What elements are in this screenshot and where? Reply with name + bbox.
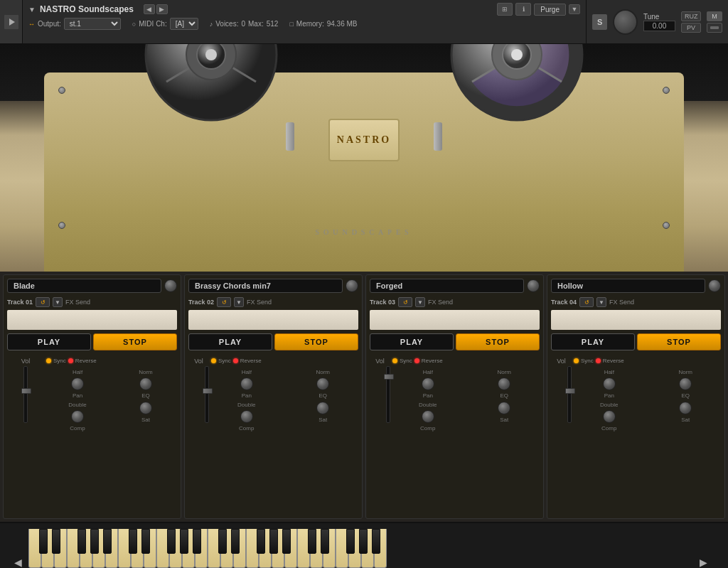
s-button[interactable]: S [592, 14, 607, 30]
track-3-stop-btn[interactable]: STOP [456, 333, 540, 350]
track-2-eq-label: EQ [318, 392, 327, 399]
track-2-eq-knob[interactable] [316, 377, 329, 390]
track-4-level-knob[interactable] [708, 279, 721, 292]
track-2-fader-handle[interactable] [203, 388, 213, 394]
black-key[interactable] [52, 529, 60, 554]
track-2-comp-knob[interactable] [240, 410, 253, 423]
tune-knob[interactable] [613, 9, 638, 35]
ruz-button[interactable]: RUZ [681, 11, 701, 21]
midi-select[interactable]: [A] 1 [170, 18, 198, 30]
black-key[interactable] [269, 529, 278, 554]
track-1-fx-send: FX Send [65, 299, 90, 306]
track-4-stop-btn[interactable]: STOP [637, 333, 721, 350]
black-key[interactable] [321, 529, 329, 554]
black-key[interactable] [346, 529, 355, 554]
track-2-sat-knob[interactable] [316, 402, 329, 414]
black-key[interactable] [218, 529, 227, 554]
black-key[interactable] [308, 529, 316, 554]
track-4-comp-label: Comp [601, 425, 616, 432]
next-arrow[interactable]: ▶ [156, 4, 168, 14]
track-3-controls: Vol Sync Reverse [370, 358, 540, 432]
track-2-stop-btn[interactable]: STOP [274, 333, 358, 350]
prev-arrow[interactable]: ◀ [144, 4, 155, 14]
piano-left-arrow[interactable]: ◀ [14, 557, 28, 568]
black-key[interactable] [193, 529, 201, 554]
info-icon-btn[interactable]: ℹ [515, 3, 531, 16]
tape-head-area: NASTRO [279, 115, 449, 172]
track-1-knobs: Sync Reverse Half Pan Norm [46, 358, 177, 432]
track-1-dropdown[interactable]: ▼ [53, 297, 63, 307]
track-3-dropdown[interactable]: ▼ [415, 297, 425, 307]
track-2-knobs: Sync Reverse Half Pan Norm [211, 358, 358, 432]
track-4-sat-knob[interactable] [679, 402, 692, 414]
track-2-fader[interactable] [205, 366, 209, 423]
track-1-comp-label: Comp [70, 425, 85, 432]
black-key[interactable] [372, 529, 380, 554]
black-key[interactable] [141, 529, 150, 554]
sp-button[interactable] [707, 23, 722, 33]
black-key[interactable] [231, 529, 240, 554]
purge-dropdown[interactable]: ▼ [569, 4, 580, 14]
black-key[interactable] [167, 529, 176, 554]
track-2-pan-label: Pan [242, 392, 252, 399]
piano-right-arrow[interactable]: ▶ [700, 557, 714, 568]
track-4-pan-knob[interactable] [603, 377, 616, 390]
track-1-level-knob[interactable] [164, 279, 177, 292]
collapse-arrow[interactable]: ▼ [28, 6, 36, 14]
track-4-fader[interactable] [567, 366, 572, 423]
track-4-waveform [551, 310, 721, 330]
track-2-dropdown[interactable]: ▼ [234, 297, 244, 307]
track-2-pan-knob[interactable] [240, 377, 253, 390]
track-4-reverse-label: Reverse [603, 358, 624, 364]
track-3-norm-col: Norm EQ [469, 369, 540, 399]
track-1-half-col: Half Pan [46, 369, 109, 399]
track-4-play-btn[interactable]: PLAY [551, 333, 635, 350]
track-3-sat-knob[interactable] [498, 402, 510, 414]
track-1-eq-knob[interactable] [139, 377, 152, 390]
black-key[interactable] [282, 529, 291, 554]
instrument-title: NASTRO Soundscapes [40, 4, 134, 14]
track-4-dropdown[interactable]: ▼ [596, 297, 606, 307]
purge-button[interactable]: Purge [534, 4, 566, 16]
m-button[interactable]: M [707, 11, 722, 21]
track-3-eq-knob[interactable] [498, 377, 510, 390]
black-key[interactable] [103, 529, 112, 554]
track-1-pan-knob[interactable] [71, 377, 84, 390]
track-1-label: Track 01 [7, 299, 33, 306]
black-key[interactable] [77, 529, 86, 554]
black-key[interactable] [129, 529, 137, 554]
grid-icon-btn[interactable]: ⊞ [497, 3, 513, 16]
track-1-play-btn[interactable]: PLAY [7, 333, 91, 350]
track-1-sat-knob[interactable] [139, 402, 152, 414]
track-2-fx-send: FX Send [247, 299, 272, 306]
track-3-comp-knob[interactable] [422, 410, 434, 423]
track-1-stop-btn[interactable]: STOP [93, 333, 177, 350]
track-3-level-knob[interactable] [527, 279, 540, 292]
output-select[interactable]: st.1 [64, 18, 121, 30]
black-key[interactable] [359, 529, 368, 554]
track-3-fader-handle[interactable] [384, 374, 394, 380]
piano-keys[interactable] [28, 529, 700, 568]
track-3-loop-btn[interactable]: ↺ [398, 297, 412, 307]
track-1-fader-handle[interactable] [21, 388, 31, 394]
black-key[interactable] [180, 529, 188, 554]
track-4-loop-btn[interactable]: ↺ [579, 297, 594, 307]
track-3-play-btn[interactable]: PLAY [370, 333, 454, 350]
track-2-level-knob[interactable] [346, 279, 358, 292]
black-key[interactable] [39, 529, 48, 554]
pv-button[interactable]: PV [681, 23, 701, 33]
black-key[interactable] [257, 529, 265, 554]
track-2-loop-btn[interactable]: ↺ [217, 297, 231, 307]
black-key[interactable] [90, 529, 99, 554]
track-1-comp-knob[interactable] [71, 410, 84, 423]
track-4-fader-handle[interactable] [565, 388, 575, 394]
track-2-play-btn[interactable]: PLAY [188, 333, 272, 350]
track-3-pan-knob[interactable] [422, 377, 434, 390]
track-4-eq-knob[interactable] [679, 377, 692, 390]
track-3-fader[interactable] [386, 366, 390, 423]
track-4-comp-knob[interactable] [603, 410, 616, 423]
track-1-loop-btn[interactable]: ↺ [36, 297, 50, 307]
right-reel [449, 44, 584, 122]
track-2: Brassy Chords min7 Track 02 ↺ ▼ FX Send … [184, 274, 363, 519]
track-1-fader[interactable] [23, 366, 28, 423]
